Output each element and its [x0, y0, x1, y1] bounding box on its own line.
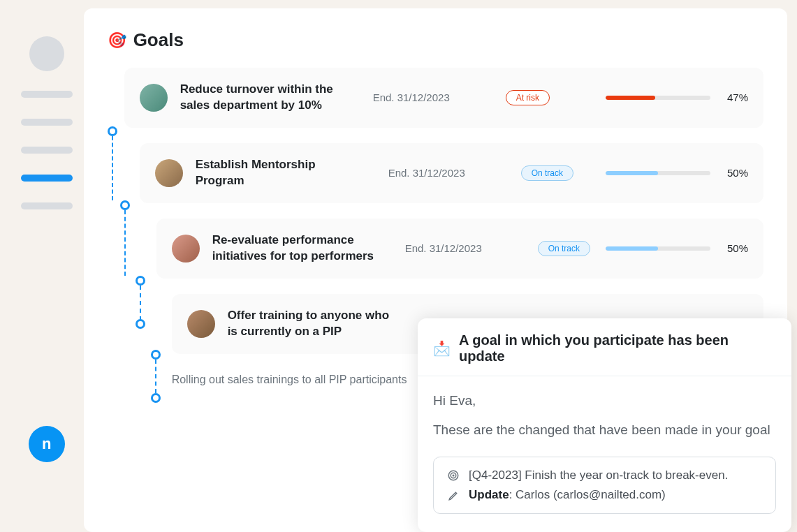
goal-end-date: End. 31/12/2023: [405, 242, 510, 254]
tree-node: [136, 276, 145, 286]
progress-percent: 50%: [720, 167, 748, 179]
progress-fill: [606, 246, 658, 251]
status-badge: On track: [538, 241, 590, 256]
sub-goal-label: Rolling out sales trainings to all PIP p…: [172, 374, 407, 386]
progress-bar: [606, 96, 710, 100]
sidebar: n: [10, 8, 84, 532]
goal-title: Re-evaluate performance initiatives for …: [212, 232, 380, 265]
notification-message: These are the changed that have been mad…: [433, 420, 776, 440]
page-title: 🎯 Goals: [108, 29, 763, 51]
goal-card[interactable]: Establish Mentorship Program End. 31/12/…: [140, 143, 763, 203]
sidebar-item-goals[interactable]: [21, 175, 73, 182]
progress-percent: 47%: [720, 91, 748, 103]
tree-node: [120, 200, 130, 210]
tree-line: [124, 210, 126, 276]
goal-title: Reduce turnover within the sales departm…: [180, 82, 348, 114]
progress: 50%: [589, 167, 748, 179]
progress: 47%: [565, 91, 748, 103]
progress-fill: [606, 96, 655, 100]
page-heading: Goals: [133, 29, 184, 51]
tree-node: [151, 350, 161, 360]
pencil-icon: [446, 489, 460, 501]
notification-detail-box: [Q4-2023] Finish the year on-track to br…: [433, 457, 776, 514]
notification-greeting: Hi Eva,: [433, 390, 776, 411]
owner-avatar: [155, 159, 183, 187]
sidebar-item-2[interactable]: [21, 119, 73, 126]
progress: 50%: [606, 242, 748, 254]
tree-line: [112, 136, 113, 200]
sidebar-item-1[interactable]: [21, 91, 73, 98]
tree-node: [136, 319, 145, 329]
tree-line: [155, 360, 156, 393]
target-outline-icon: [446, 469, 460, 482]
svg-point-2: [453, 475, 454, 476]
goal-title: Establish Mentorship Program: [196, 157, 363, 189]
notification-update-row: Update: Carlos (carlos@nailted.com): [446, 488, 763, 502]
goal-card[interactable]: Re-evaluate performance initiatives for …: [156, 219, 763, 279]
mail-icon: 📩: [433, 340, 451, 357]
progress-bar: [606, 246, 710, 251]
owner-avatar: [172, 235, 200, 263]
notification-goal-text: [Q4-2023] Finish the year on-track to br…: [469, 468, 728, 482]
progress-bar: [606, 171, 710, 175]
notification-update-text: Update: Carlos (carlos@nailted.com): [469, 488, 666, 502]
notification-body: Hi Eva, These are the changed that have …: [418, 376, 791, 447]
logo[interactable]: n: [29, 426, 65, 462]
update-value: : Carlos (carlos@nailted.com): [509, 488, 666, 501]
target-icon: 🎯: [108, 31, 126, 50]
progress-fill: [606, 171, 658, 175]
status-badge: At risk: [506, 90, 550, 105]
progress-percent: 50%: [720, 242, 748, 254]
owner-avatar: [187, 310, 215, 338]
notification-popup: 📩 A goal in which you participate has be…: [418, 318, 791, 532]
user-avatar[interactable]: [29, 36, 64, 71]
goal-title: Offer training to anyone who is currentl…: [228, 308, 395, 340]
goal-end-date: End. 31/12/2023: [373, 91, 478, 103]
sidebar-item-3[interactable]: [21, 147, 73, 154]
status-badge: On track: [521, 165, 573, 181]
logo-letter: n: [42, 435, 51, 453]
owner-avatar: [140, 84, 168, 112]
tree-line: [140, 286, 141, 320]
tree-node: [151, 393, 161, 403]
tree-node: [108, 126, 117, 136]
goal-card[interactable]: Reduce turnover within the sales departm…: [124, 68, 763, 128]
notification-title: A goal in which you participate has been…: [459, 332, 776, 364]
notification-goal-row: [Q4-2023] Finish the year on-track to br…: [446, 468, 763, 482]
notification-header: 📩 A goal in which you participate has be…: [418, 318, 791, 376]
goal-end-date: End. 31/12/2023: [388, 167, 493, 179]
update-label: Update: [469, 488, 509, 501]
sidebar-item-5[interactable]: [21, 202, 73, 209]
